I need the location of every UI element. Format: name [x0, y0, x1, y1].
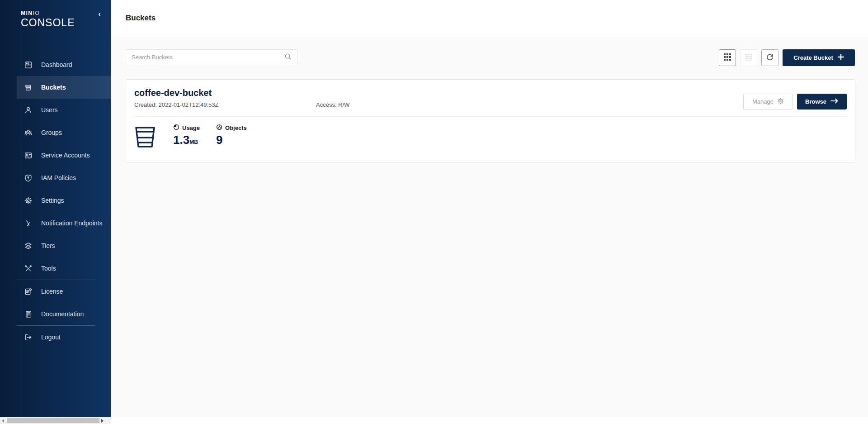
sidebar-item-settings[interactable]: Settings: [17, 189, 111, 212]
sidebar-item-dashboard[interactable]: Dashboard: [17, 53, 111, 76]
scroll-left-arrow[interactable]: [0, 417, 6, 424]
groups-icon: [24, 129, 32, 137]
sidebar-item-license[interactable]: License: [17, 280, 111, 303]
sidebar-item-tiers[interactable]: Tiers: [17, 234, 111, 257]
shield-icon: [24, 174, 32, 182]
usage-metric: Usage 1.3MB: [173, 124, 200, 149]
page-title: Buckets: [126, 14, 156, 23]
bucket-created: Created: 2022-01-02T12:49:53Z: [134, 101, 316, 108]
sidebar-item-label: Logout: [41, 333, 61, 341]
app-logo: MINIO CONSOLE ‹: [0, 0, 111, 29]
sidebar-item-label: Buckets: [41, 84, 66, 91]
view-controls: Create Bucket: [719, 49, 855, 66]
usage-label-row: Usage: [173, 124, 200, 132]
sidebar-item-label: Tiers: [41, 242, 55, 249]
sidebar: MINIO CONSOLE ‹ DashboardBucketsUsersGro…: [0, 0, 111, 417]
sidebar-item-label: Dashboard: [41, 61, 72, 68]
lambda-icon: [24, 219, 32, 227]
sidebar-item-logout[interactable]: Logout: [17, 326, 111, 348]
search-input[interactable]: [132, 54, 284, 61]
id-card-icon: [24, 151, 32, 159]
sidebar-item-service-accounts[interactable]: Service Accounts: [17, 144, 111, 167]
bucket-icon: [24, 83, 32, 91]
brand-light: IO: [33, 10, 40, 16]
sidebar-item-notification-endpoints[interactable]: Notification Endpoints: [17, 212, 111, 234]
sidebar-nav: DashboardBucketsUsersGroupsService Accou…: [0, 53, 111, 348]
create-bucket-label: Create Bucket: [793, 54, 833, 61]
scroll-right-arrow[interactable]: [99, 417, 105, 424]
sidebar-item-users[interactable]: Users: [17, 99, 111, 121]
sidebar-collapse-chevron-left-icon[interactable]: ‹: [95, 10, 104, 18]
browse-button[interactable]: Browse: [797, 94, 847, 110]
sidebar-item-label: Documentation: [41, 310, 84, 318]
sidebar-item-label: License: [41, 288, 63, 295]
usage-label: Usage: [182, 124, 200, 131]
logout-icon: [24, 333, 32, 341]
objects-label: Objects: [225, 124, 247, 131]
browse-label: Browse: [805, 98, 826, 105]
scrollbar-thumb[interactable]: [7, 418, 99, 423]
bucket-meta-row: Created: 2022-01-02T12:49:53Z Access: R/…: [134, 101, 349, 108]
page-header: Buckets: [111, 0, 868, 36]
license-icon: [24, 287, 32, 295]
usage-value: 1.3MB: [173, 134, 200, 146]
bottom-spacer: [111, 417, 868, 424]
bucket-icon: [134, 124, 156, 149]
manage-label: Manage: [752, 98, 774, 105]
objects-label-row: Objects: [216, 124, 247, 132]
bucket-card-actions: Manage Browse: [743, 88, 847, 110]
list-view-bucket-icon: [744, 52, 753, 63]
product-name: CONSOLE: [21, 17, 111, 29]
bucket-access: Access: R/W: [316, 101, 349, 108]
gear-icon: [24, 196, 32, 205]
brand-bold: MIN: [21, 10, 33, 16]
manage-button[interactable]: Manage: [743, 94, 793, 110]
bucket-card-titles: coffee-dev-bucket Created: 2022-01-02T12…: [134, 88, 349, 110]
create-bucket-button[interactable]: Create Bucket: [783, 49, 855, 66]
controls-row: Create Bucket: [126, 49, 855, 66]
bucket-card[interactable]: coffee-dev-bucket Created: 2022-01-02T12…: [126, 79, 855, 162]
sidebar-item-label: Groups: [41, 129, 62, 136]
sidebar-item-label: Users: [41, 106, 58, 114]
sidebar-item-label: Service Accounts: [41, 152, 90, 159]
user-icon: [24, 106, 32, 114]
gear-icon: [777, 98, 784, 106]
objects-icon: [216, 124, 222, 132]
sidebar-item-label: Tools: [41, 265, 56, 272]
bucket-card-body: Usage 1.3MB Objects: [126, 117, 855, 149]
sidebar-item-label: Notification Endpoints: [41, 219, 102, 227]
usage-pie-icon: [173, 124, 179, 132]
sidebar-item-label: IAM Policies: [41, 174, 76, 181]
sidebar-item-tools[interactable]: Tools: [17, 257, 111, 280]
refresh-button[interactable]: [761, 49, 778, 66]
main-content: Create Bucket coffee-dev-bucket Created:…: [111, 37, 868, 417]
sidebar-item-groups[interactable]: Groups: [17, 121, 111, 144]
search-icon: [284, 53, 292, 62]
refresh-icon: [766, 53, 774, 63]
tools-icon: [24, 264, 32, 272]
bucket-name: coffee-dev-bucket: [134, 88, 349, 98]
sidebar-item-buckets[interactable]: Buckets: [17, 76, 111, 99]
sidebar-item-documentation[interactable]: Documentation: [17, 303, 111, 325]
sidebar-item-iam-policies[interactable]: IAM Policies: [17, 167, 111, 189]
bucket-card-header: coffee-dev-bucket Created: 2022-01-02T12…: [126, 80, 855, 110]
sidebar-item-label: Settings: [41, 197, 64, 204]
book-icon: [24, 310, 32, 318]
plus-icon: [838, 54, 844, 62]
objects-metric: Objects 9: [216, 124, 247, 149]
objects-value: 9: [216, 134, 247, 146]
layers-icon: [24, 242, 32, 250]
dashboard-icon: [24, 61, 32, 69]
horizontal-scrollbar: [0, 417, 111, 424]
grid-view-button[interactable]: [719, 49, 736, 66]
list-view-button[interactable]: [740, 49, 757, 66]
grid-view-icon: [723, 53, 731, 63]
search-box: [126, 49, 297, 65]
arrow-right-icon: [830, 98, 839, 105]
